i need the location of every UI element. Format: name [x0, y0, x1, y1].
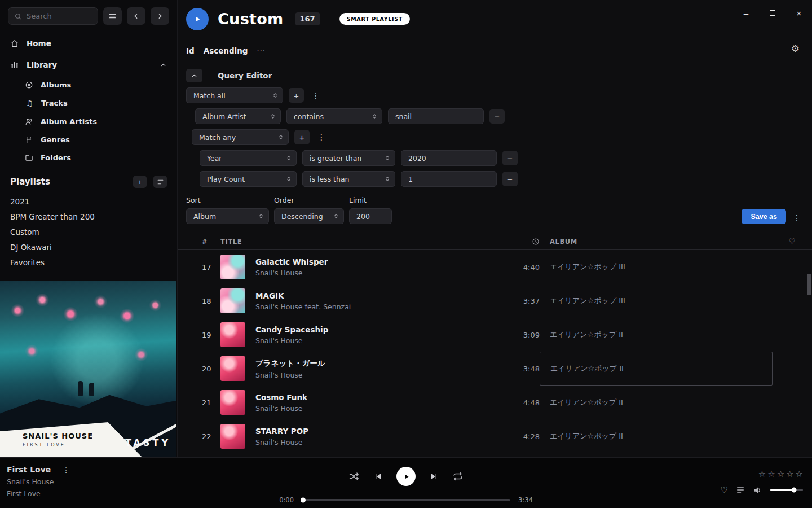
- table-row[interactable]: 22 STARRY POP Snail's House 4:28 エイリアン☆ポ…: [178, 419, 812, 453]
- table-row[interactable]: 17 Galactic Whisper Snail's House 4:40 エ…: [178, 250, 812, 284]
- nav-forward-button[interactable]: [151, 7, 169, 25]
- track-album[interactable]: エイリアン☆ポップ III: [540, 250, 773, 284]
- table-row[interactable]: 19 Candy Spaceship Snail's House 3:09 エイ…: [178, 318, 812, 352]
- star-icon[interactable]: ☆: [767, 469, 775, 479]
- rule-group-menu-button[interactable]: ⋮: [310, 91, 322, 100]
- more-options-button[interactable]: ···: [257, 47, 266, 55]
- group-match-type-select[interactable]: Match any: [192, 129, 289, 145]
- remove-rule-button[interactable]: −: [502, 151, 518, 165]
- remove-rule-button[interactable]: −: [489, 109, 505, 124]
- seek-track[interactable]: [302, 499, 510, 501]
- previous-track-button[interactable]: [373, 472, 382, 481]
- collapse-query-editor-button[interactable]: [186, 69, 202, 82]
- rule-operator-select[interactable]: is less than: [302, 171, 395, 187]
- rule-field-select[interactable]: Album Artist: [195, 108, 281, 124]
- table-row[interactable]: 20 プラネット・ガール Snail's House 3:48 エイリアン☆ポッ…: [178, 352, 812, 386]
- minimize-button[interactable]: –: [741, 8, 751, 18]
- sidebar-item-album-artists[interactable]: Album Artists: [0, 112, 177, 130]
- match-type-select[interactable]: Match all: [186, 87, 283, 103]
- now-playing-cover-art[interactable]: SNAIL'S HOUSE FIRST LOVE TASTY: [0, 281, 176, 457]
- playlist-item[interactable]: Favorites: [10, 255, 167, 270]
- settings-gear-icon[interactable]: ⚙: [791, 43, 800, 54]
- now-playing-menu-button[interactable]: ⋮: [60, 465, 72, 474]
- add-rule-button[interactable]: +: [294, 130, 310, 144]
- playlist-item[interactable]: DJ Okawari: [10, 239, 167, 255]
- sidebar-item-genres[interactable]: Genres: [0, 130, 177, 148]
- track-artist[interactable]: Snail's House: [255, 371, 325, 379]
- now-playing-artist[interactable]: Snail's House: [7, 478, 72, 486]
- search-input[interactable]: [27, 12, 92, 20]
- column-header-index[interactable]: #: [178, 238, 220, 246]
- queue-button[interactable]: [736, 485, 745, 494]
- sort-direction-button[interactable]: Ascending: [204, 46, 248, 55]
- column-header-duration[interactable]: [500, 238, 540, 246]
- rule-field-select[interactable]: Year: [200, 150, 297, 166]
- sidebar-item-folders[interactable]: Folders: [0, 148, 177, 167]
- playlist-item[interactable]: BPM Greater than 200: [10, 209, 167, 224]
- row-index: 18: [178, 297, 220, 305]
- play-pause-button[interactable]: [396, 467, 416, 486]
- remove-rule-button[interactable]: −: [502, 172, 518, 186]
- shuffle-button[interactable]: [349, 471, 359, 481]
- seek-handle[interactable]: [301, 498, 306, 503]
- track-album[interactable]: エイリアン☆ポップ II: [540, 419, 773, 453]
- now-playing-album[interactable]: First Love: [7, 489, 72, 498]
- track-album-focused-cell[interactable]: エイリアン☆ポップ II: [540, 352, 773, 386]
- playlist-item[interactable]: 2021: [10, 194, 167, 209]
- close-button[interactable]: ×: [794, 8, 804, 18]
- star-icon[interactable]: ☆: [777, 469, 784, 479]
- rule-group-menu-button[interactable]: ⋮: [315, 133, 328, 142]
- track-artist[interactable]: Snail's House: [255, 438, 308, 446]
- star-icon[interactable]: ☆: [796, 469, 803, 479]
- rule-operator-select[interactable]: contains: [286, 108, 382, 124]
- column-header-favorite[interactable]: ♡: [773, 237, 812, 246]
- result-order-select[interactable]: Descending: [274, 208, 344, 224]
- now-playing-title[interactable]: First Love: [7, 465, 51, 474]
- add-playlist-button[interactable]: +: [133, 176, 147, 188]
- volume-handle[interactable]: [792, 488, 797, 493]
- menu-button[interactable]: [103, 7, 122, 25]
- volume-slider[interactable]: [770, 489, 803, 491]
- rule-value-input[interactable]: [388, 108, 484, 124]
- volume-button[interactable]: [753, 485, 762, 495]
- sidebar-item-tracks[interactable]: ♫ Tracks: [0, 94, 177, 112]
- rule-operator-select[interactable]: is greater than: [302, 150, 395, 166]
- column-header-album[interactable]: ALBUM: [540, 238, 773, 246]
- playlist-item[interactable]: Custom: [10, 224, 167, 239]
- scrollbar-thumb[interactable]: [807, 274, 811, 295]
- track-artist[interactable]: Snail's House: [255, 269, 328, 277]
- limit-input[interactable]: [349, 208, 392, 224]
- rule-value-input[interactable]: [401, 171, 497, 187]
- track-album[interactable]: エイリアン☆ポップ III: [540, 284, 773, 318]
- star-icon[interactable]: ☆: [758, 469, 766, 479]
- track-artist[interactable]: Snail's House feat. Sennzai: [255, 303, 351, 311]
- next-track-button[interactable]: [430, 472, 439, 481]
- rule-field-select[interactable]: Play Count: [200, 171, 297, 187]
- sidebar-item-albums[interactable]: Albums: [0, 76, 177, 94]
- track-album[interactable]: エイリアン☆ポップ II: [540, 386, 773, 419]
- minus-icon: −: [508, 174, 513, 184]
- sidebar-item-home[interactable]: Home: [0, 33, 177, 54]
- query-menu-button[interactable]: ⋮: [791, 213, 803, 222]
- rule-value-input[interactable]: [401, 150, 497, 166]
- column-header-title[interactable]: TITLE: [220, 238, 500, 246]
- playlist-list-button[interactable]: [153, 176, 167, 188]
- maximize-button[interactable]: [767, 8, 778, 18]
- track-artist[interactable]: Snail's House: [255, 336, 328, 345]
- star-icon[interactable]: ☆: [786, 469, 793, 479]
- table-row[interactable]: 18 MAGIK Snail's House feat. Sennzai 3:3…: [178, 284, 812, 318]
- table-row[interactable]: 21 Cosmo Funk Snail's House 4:48 エイリアン☆ポ…: [178, 386, 812, 419]
- favorite-button[interactable]: ♡: [721, 485, 728, 495]
- sidebar-item-library[interactable]: Library: [0, 54, 177, 76]
- save-as-button[interactable]: Save as: [742, 209, 786, 224]
- play-playlist-button[interactable]: [186, 8, 209, 30]
- search-box[interactable]: [8, 7, 98, 25]
- track-album[interactable]: エイリアン☆ポップ II: [540, 318, 773, 352]
- sort-field-button[interactable]: Id: [186, 46, 195, 55]
- nav-back-button[interactable]: [127, 7, 145, 25]
- track-artist[interactable]: Snail's House: [255, 404, 307, 413]
- add-rule-button[interactable]: +: [289, 88, 304, 103]
- result-sort-select[interactable]: Album: [186, 208, 269, 224]
- repeat-button[interactable]: [453, 471, 463, 481]
- sort-label: Sort: [186, 196, 269, 204]
